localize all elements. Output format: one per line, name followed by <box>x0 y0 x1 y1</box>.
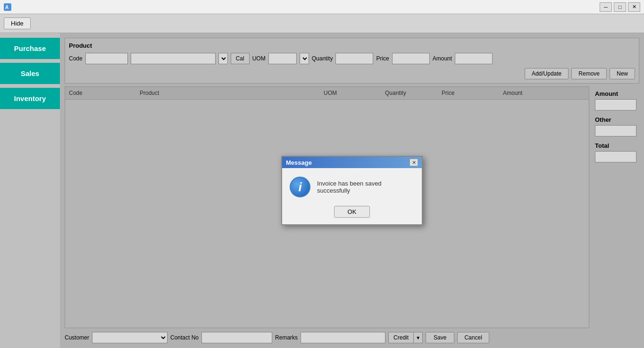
content-area: Product Code Cal UOM Quantity Price Amou… <box>60 33 644 348</box>
title-bar: A ─ □ ✕ <box>0 0 644 14</box>
dialog-footer: OK <box>282 203 422 224</box>
message-dialog: Message ✕ i Invoice has been saved succe… <box>281 156 423 225</box>
dialog-body: i Invoice has been saved successfully <box>282 168 422 203</box>
app-icon: A <box>4 3 11 11</box>
svg-text:A: A <box>5 5 8 10</box>
sidebar: Purchase Sales Inventory <box>0 33 60 348</box>
dialog-title-bar: Message ✕ <box>282 157 422 168</box>
hide-button[interactable]: Hide <box>4 17 31 29</box>
minimize-button[interactable]: ─ <box>600 2 612 12</box>
ok-button[interactable]: OK <box>334 206 370 218</box>
dialog-message: Invoice has been saved successfully <box>317 180 414 194</box>
sidebar-item-inventory[interactable]: Inventory <box>0 88 60 109</box>
main-layout: Purchase Sales Inventory Product Code Ca… <box>0 33 644 348</box>
title-bar-left: A <box>4 3 11 11</box>
sidebar-item-purchase[interactable]: Purchase <box>0 38 60 59</box>
sidebar-item-sales[interactable]: Sales <box>0 63 60 84</box>
restore-button[interactable]: □ <box>614 2 626 12</box>
dialog-close-button[interactable]: ✕ <box>410 159 418 166</box>
info-icon: i <box>290 177 310 197</box>
close-button[interactable]: ✕ <box>628 2 640 12</box>
modal-overlay: Message ✕ i Invoice has been saved succe… <box>60 33 644 348</box>
dialog-title: Message <box>286 159 312 166</box>
title-bar-controls: ─ □ ✕ <box>600 2 640 12</box>
toolbar: Hide <box>0 14 644 33</box>
